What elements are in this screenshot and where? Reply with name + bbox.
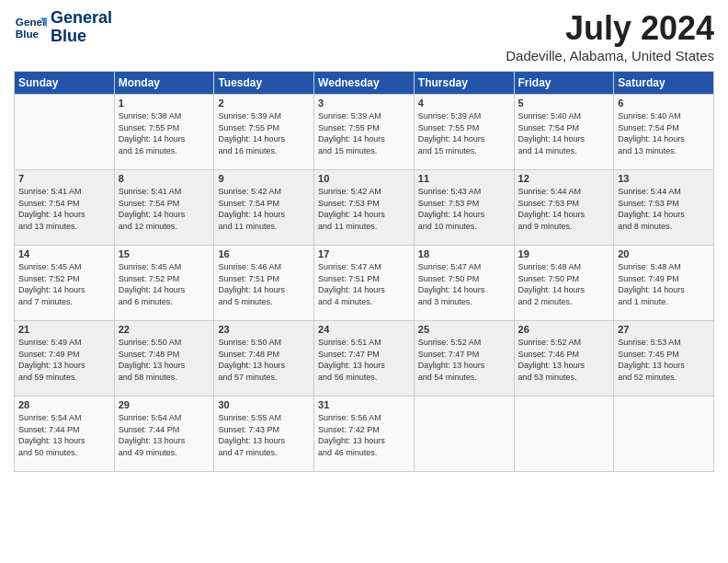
day-info: Sunrise: 5:48 AM Sunset: 7:50 PM Dayligh… [518,261,610,307]
logo-text: General Blue [51,9,112,46]
day-number: 18 [418,248,510,259]
day-info: Sunrise: 5:52 AM Sunset: 7:46 PM Dayligh… [518,337,610,383]
calendar-cell: 4Sunrise: 5:39 AM Sunset: 7:55 PM Daylig… [414,95,514,170]
day-number: 23 [218,324,310,335]
calendar-cell: 21Sunrise: 5:49 AM Sunset: 7:49 PM Dayli… [15,321,115,396]
calendar-cell: 3Sunrise: 5:39 AM Sunset: 7:55 PM Daylig… [314,95,415,170]
day-info: Sunrise: 5:50 AM Sunset: 7:48 PM Dayligh… [119,337,210,383]
calendar-cell: 9Sunrise: 5:42 AM Sunset: 7:54 PM Daylig… [214,170,314,246]
day-info: Sunrise: 5:44 AM Sunset: 7:53 PM Dayligh… [618,186,710,232]
calendar-cell: 11Sunrise: 5:43 AM Sunset: 7:53 PM Dayli… [414,170,514,246]
day-info: Sunrise: 5:42 AM Sunset: 7:53 PM Dayligh… [318,186,410,232]
week-row: 21Sunrise: 5:49 AM Sunset: 7:49 PM Dayli… [15,321,714,396]
logo-line1: General [51,9,112,28]
day-number: 1 [119,98,210,109]
day-number: 20 [618,248,710,259]
day-info: Sunrise: 5:54 AM Sunset: 7:44 PM Dayligh… [119,412,210,458]
day-number: 4 [418,98,510,109]
calendar-cell: 2Sunrise: 5:39 AM Sunset: 7:55 PM Daylig… [214,95,314,170]
calendar-cell: 31Sunrise: 5:56 AM Sunset: 7:42 PM Dayli… [314,396,415,472]
day-info: Sunrise: 5:50 AM Sunset: 7:48 PM Dayligh… [218,337,310,383]
day-info: Sunrise: 5:39 AM Sunset: 7:55 PM Dayligh… [318,110,410,156]
calendar-cell: 12Sunrise: 5:44 AM Sunset: 7:53 PM Dayli… [514,170,614,246]
day-number: 28 [18,399,110,410]
header-day-thursday: Thursday [414,72,514,95]
day-info: Sunrise: 5:44 AM Sunset: 7:53 PM Dayligh… [518,186,610,232]
day-info: Sunrise: 5:53 AM Sunset: 7:45 PM Dayligh… [618,337,710,383]
day-info: Sunrise: 5:39 AM Sunset: 7:55 PM Dayligh… [418,110,510,156]
header-day-wednesday: Wednesday [314,72,415,95]
day-info: Sunrise: 5:49 AM Sunset: 7:49 PM Dayligh… [18,337,110,383]
day-number: 29 [119,399,210,410]
day-info: Sunrise: 5:40 AM Sunset: 7:54 PM Dayligh… [518,110,610,156]
location: Dadeville, Alabama, United States [506,48,714,63]
day-info: Sunrise: 5:56 AM Sunset: 7:42 PM Dayligh… [318,412,410,458]
calendar-cell: 29Sunrise: 5:54 AM Sunset: 7:44 PM Dayli… [114,396,214,472]
day-info: Sunrise: 5:54 AM Sunset: 7:44 PM Dayligh… [18,412,110,458]
day-info: Sunrise: 5:45 AM Sunset: 7:52 PM Dayligh… [119,261,210,307]
week-row: 1Sunrise: 5:38 AM Sunset: 7:55 PM Daylig… [15,95,714,170]
day-info: Sunrise: 5:39 AM Sunset: 7:55 PM Dayligh… [218,110,310,156]
day-number: 12 [518,173,610,184]
calendar-cell: 14Sunrise: 5:45 AM Sunset: 7:52 PM Dayli… [15,246,115,321]
calendar-cell [15,95,115,170]
calendar-cell [614,396,714,472]
week-row: 14Sunrise: 5:45 AM Sunset: 7:52 PM Dayli… [15,246,714,321]
day-number: 16 [218,248,310,259]
header-day-sunday: Sunday [15,72,115,95]
calendar-cell: 23Sunrise: 5:50 AM Sunset: 7:48 PM Dayli… [214,321,314,396]
calendar-cell: 13Sunrise: 5:44 AM Sunset: 7:53 PM Dayli… [614,170,714,246]
day-number: 7 [18,173,110,184]
day-number: 9 [218,173,310,184]
day-number: 5 [518,98,610,109]
day-number: 2 [218,98,310,109]
day-number: 17 [318,248,410,259]
day-number: 6 [618,98,710,109]
day-info: Sunrise: 5:55 AM Sunset: 7:43 PM Dayligh… [218,412,310,458]
day-info: Sunrise: 5:42 AM Sunset: 7:54 PM Dayligh… [218,186,310,232]
calendar-cell: 1Sunrise: 5:38 AM Sunset: 7:55 PM Daylig… [114,95,214,170]
calendar-cell: 10Sunrise: 5:42 AM Sunset: 7:53 PM Dayli… [314,170,415,246]
day-number: 21 [18,324,110,335]
header-row: SundayMondayTuesdayWednesdayThursdayFrid… [15,72,714,95]
calendar-body: 1Sunrise: 5:38 AM Sunset: 7:55 PM Daylig… [15,95,714,472]
calendar-cell: 19Sunrise: 5:48 AM Sunset: 7:50 PM Dayli… [514,246,614,321]
day-number: 13 [618,173,710,184]
day-number: 27 [618,324,710,335]
calendar-cell [414,396,514,472]
header-day-saturday: Saturday [614,72,714,95]
day-info: Sunrise: 5:45 AM Sunset: 7:52 PM Dayligh… [18,261,110,307]
calendar-cell: 30Sunrise: 5:55 AM Sunset: 7:43 PM Dayli… [214,396,314,472]
day-number: 19 [518,248,610,259]
calendar-cell: 15Sunrise: 5:45 AM Sunset: 7:52 PM Dayli… [114,246,214,321]
svg-text:Blue: Blue [16,28,40,40]
calendar-cell: 22Sunrise: 5:50 AM Sunset: 7:48 PM Dayli… [114,321,214,396]
calendar-table: SundayMondayTuesdayWednesdayThursdayFrid… [14,71,714,472]
calendar-cell: 5Sunrise: 5:40 AM Sunset: 7:54 PM Daylig… [514,95,614,170]
calendar-cell: 6Sunrise: 5:40 AM Sunset: 7:54 PM Daylig… [614,95,714,170]
day-number: 15 [119,248,210,259]
day-info: Sunrise: 5:41 AM Sunset: 7:54 PM Dayligh… [119,186,210,232]
day-number: 10 [318,173,410,184]
day-number: 25 [418,324,510,335]
header-day-tuesday: Tuesday [214,72,314,95]
calendar-cell: 7Sunrise: 5:41 AM Sunset: 7:54 PM Daylig… [15,170,115,246]
calendar-cell: 28Sunrise: 5:54 AM Sunset: 7:44 PM Dayli… [15,396,115,472]
day-number: 31 [318,399,410,410]
day-info: Sunrise: 5:52 AM Sunset: 7:47 PM Dayligh… [418,337,510,383]
day-number: 3 [318,98,410,109]
calendar-cell: 25Sunrise: 5:52 AM Sunset: 7:47 PM Dayli… [414,321,514,396]
logo-line2: Blue [51,28,112,46]
day-info: Sunrise: 5:47 AM Sunset: 7:51 PM Dayligh… [318,261,410,307]
header-day-friday: Friday [514,72,614,95]
title-block: July 2024 Dadeville, Alabama, United Sta… [506,9,714,63]
day-number: 30 [218,399,310,410]
calendar-cell: 8Sunrise: 5:41 AM Sunset: 7:54 PM Daylig… [114,170,214,246]
calendar-cell: 24Sunrise: 5:51 AM Sunset: 7:47 PM Dayli… [314,321,415,396]
day-number: 11 [418,173,510,184]
month-title: July 2024 [506,9,714,48]
logo: General Blue General Blue [14,9,112,46]
day-info: Sunrise: 5:51 AM Sunset: 7:47 PM Dayligh… [318,337,410,383]
day-info: Sunrise: 5:43 AM Sunset: 7:53 PM Dayligh… [418,186,510,232]
calendar-cell: 26Sunrise: 5:52 AM Sunset: 7:46 PM Dayli… [514,321,614,396]
